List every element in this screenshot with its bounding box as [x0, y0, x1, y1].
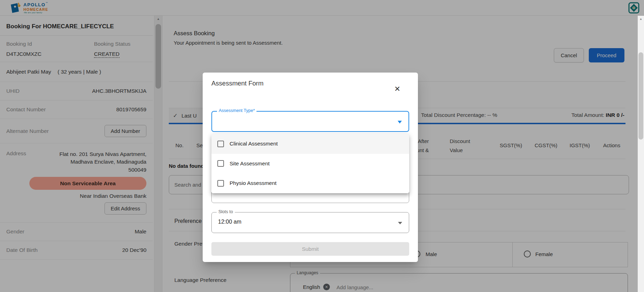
slots-to-label: Slots to	[217, 209, 235, 214]
menu-item-site-assessment[interactable]: Site Assessment	[211, 154, 409, 174]
menu-item-label: Clinical Assessment	[230, 141, 278, 147]
assessment-type-label: Assessment Type*	[217, 108, 256, 113]
submit-button[interactable]: Submit	[211, 242, 409, 256]
browser-scrollbar[interactable]: ▲	[638, 16, 644, 292]
checkbox-icon[interactable]	[217, 141, 224, 147]
menu-item-label: Physio Assessment	[230, 180, 276, 186]
scrollbar-up-arrow-icon[interactable]: ▲	[638, 17, 644, 21]
slots-to-value: 12:00 am	[218, 219, 241, 225]
menu-item-clinical-assessment[interactable]: Clinical Assessment	[211, 134, 409, 154]
chevron-down-icon[interactable]	[398, 222, 402, 224]
assessment-type-menu: Clinical Assessment Site Assessment Phys…	[211, 134, 409, 193]
menu-item-physio-assessment[interactable]: Physio Assessment	[211, 173, 409, 193]
slots-to-select[interactable]: Slots to 12:00 am	[211, 212, 409, 233]
modal-title: Assessment Form	[211, 80, 263, 87]
chevron-down-icon[interactable]	[398, 121, 402, 123]
checkbox-icon[interactable]	[217, 160, 224, 167]
assessment-form-modal: Assessment Form ✕ Assessment Type* Clini…	[203, 73, 418, 262]
close-icon[interactable]: ✕	[392, 84, 403, 94]
assessment-type-select[interactable]: Assessment Type*	[211, 111, 409, 132]
checkbox-icon[interactable]	[217, 180, 224, 187]
browser-scrollbar-thumb[interactable]	[638, 52, 643, 140]
menu-item-label: Site Assessment	[230, 160, 270, 167]
app-screen: APOLLO™ HOMECARE -We are your family- Bo…	[0, 0, 644, 292]
